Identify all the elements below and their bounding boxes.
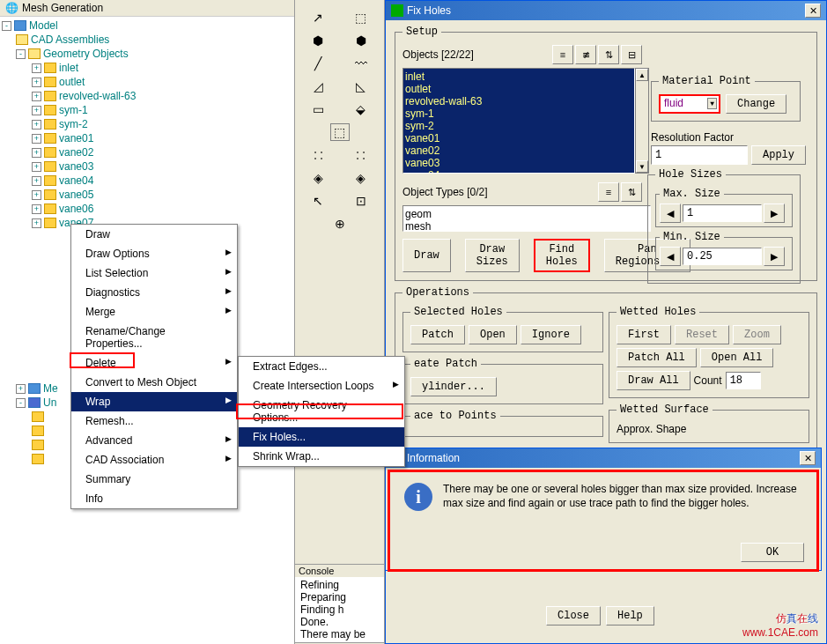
tree-toggle-icon[interactable]: + (32, 78, 41, 87)
tree-geometry-objects[interactable]: Geometry Objects (43, 48, 129, 60)
list-item[interactable]: sym-1 (405, 107, 632, 120)
invert-icon[interactable]: ⇅ (621, 182, 642, 202)
menu-item[interactable]: Merge (71, 302, 237, 322)
line-icon[interactable]: ╱ (308, 55, 328, 72)
context-submenu[interactable]: Extract Edges...Create Intersection Loop… (238, 356, 405, 467)
tool-icon[interactable]: ⸬ (308, 146, 328, 164)
list-item[interactable]: vane04 (405, 169, 632, 174)
menu-item[interactable]: Shrink Wrap... (239, 447, 404, 466)
list-item[interactable]: inlet (405, 70, 632, 83)
expand-icon[interactable]: ⊕ (330, 215, 350, 233)
tool-icon[interactable]: ◈ (308, 169, 328, 187)
menu-item[interactable]: Convert to Mesh Object (71, 373, 237, 392)
find-holes-button[interactable]: Find Holes (534, 239, 590, 272)
menu-item[interactable]: Create Intersection Loops (239, 376, 404, 396)
list-item[interactable]: sym-2 (405, 120, 632, 132)
tree-toggle-icon[interactable]: + (32, 92, 41, 101)
select-all-icon[interactable]: ≡ (598, 182, 619, 202)
tree-item[interactable]: vane03 (59, 160, 93, 173)
tree-cad-assemblies[interactable]: CAD Assemblies (31, 33, 109, 46)
tree-toggle-icon[interactable]: + (32, 120, 41, 130)
tree-root[interactable]: Model (29, 19, 58, 32)
draw-button[interactable]: Draw (402, 239, 451, 272)
menu-item[interactable]: Info (71, 489, 237, 508)
tree-unmesh[interactable]: Un (43, 396, 56, 409)
tool-icon[interactable]: ⸬ (351, 146, 371, 164)
open-all-button[interactable]: Open All (700, 348, 774, 367)
ignore-button[interactable]: Ignore (521, 325, 581, 344)
max-size-input[interactable] (683, 204, 762, 222)
list-item[interactable]: vane01 (405, 132, 632, 144)
curve-icon[interactable]: 〰 (351, 55, 371, 72)
dialog-titlebar[interactable]: Fix Holes ✕ (386, 1, 826, 20)
menu-item[interactable]: Wrap (71, 392, 237, 411)
reset-button[interactable]: Reset (675, 325, 729, 344)
list-item[interactable]: mesh (405, 220, 648, 233)
invert-icon[interactable]: ⇅ (598, 45, 619, 64)
decrease-icon[interactable]: ◀ (660, 204, 681, 223)
tree-item[interactable]: sym-1 (59, 104, 88, 116)
cylinder-icon[interactable]: ⬢ (351, 32, 371, 49)
triangle-icon[interactable]: ◿ (308, 78, 328, 95)
open-button[interactable]: Open (469, 325, 517, 344)
tree-toggle-icon[interactable]: + (32, 134, 41, 144)
menu-item[interactable]: Extract Edges... (239, 357, 404, 376)
increase-icon[interactable]: ▶ (764, 204, 785, 223)
box-icon[interactable]: ▭ (308, 100, 328, 118)
tree-item[interactable]: inlet (59, 62, 78, 74)
filter-icon[interactable]: ⊟ (621, 45, 642, 64)
scroll-down-icon[interactable]: ▼ (636, 160, 648, 173)
cylinder-icon[interactable]: ⬢ (308, 32, 328, 49)
tree-toggle-icon[interactable]: + (32, 190, 41, 200)
ok-button[interactable]: OK (741, 543, 804, 562)
triangle-icon[interactable]: ◺ (351, 78, 371, 95)
tree-item[interactable]: sym-2 (59, 118, 88, 130)
close-icon[interactable]: ✕ (800, 451, 816, 465)
cylinder-button[interactable]: ylinder... (410, 377, 497, 396)
tree-toggle-icon[interactable]: + (32, 162, 41, 172)
tool-icon[interactable]: ⬙ (351, 100, 371, 118)
change-button[interactable]: Change (726, 94, 786, 114)
deselect-icon[interactable]: ≢ (575, 45, 596, 64)
count-input[interactable] (726, 372, 761, 389)
apply-button[interactable]: Apply (751, 145, 806, 165)
objtypes-listbox[interactable]: geommesh (402, 205, 651, 232)
tree-toggle-icon[interactable]: + (32, 63, 41, 73)
tree-item[interactable]: vane05 (59, 189, 93, 201)
close-button[interactable]: Close (546, 606, 601, 625)
first-button[interactable]: First (617, 325, 671, 344)
tree-item[interactable]: vane01 (59, 132, 93, 144)
objects-listbox[interactable]: inletoutletrevolved-wall-63sym-1sym-2van… (402, 68, 635, 174)
menu-item[interactable]: Rename/Change Properties... (71, 322, 237, 353)
tree-toggle-icon[interactable]: - (2, 21, 11, 31)
tree-item[interactable]: vane04 (59, 174, 93, 187)
dialog-titlebar[interactable]: Information ✕ (386, 448, 821, 468)
tree-item[interactable]: vane02 (59, 146, 93, 159)
arrow-icon[interactable]: ↖ (308, 192, 328, 210)
tree-toggle-icon[interactable]: + (32, 204, 41, 214)
context-menu[interactable]: DrawDraw OptionsList SelectionDiagnostic… (70, 224, 238, 509)
close-icon[interactable]: ✕ (805, 4, 821, 18)
tree-item[interactable]: outlet (59, 76, 85, 88)
menu-item[interactable]: Remesh... (71, 411, 237, 431)
menu-item[interactable]: Advanced (71, 431, 237, 450)
tree-toggle-icon[interactable]: - (16, 49, 26, 59)
material-dropdown[interactable]: fluid (659, 94, 720, 114)
min-size-input[interactable] (683, 248, 762, 265)
menu-item[interactable]: Draw Options (71, 244, 237, 263)
draw-all-button[interactable]: Draw All (617, 371, 690, 390)
tree-item[interactable]: vane06 (59, 203, 93, 215)
tree-mesh[interactable]: Me (43, 382, 58, 395)
menu-item[interactable]: Draw (71, 225, 237, 244)
tree-toggle-icon[interactable]: + (32, 148, 41, 158)
list-item[interactable]: vane03 (405, 157, 632, 169)
menu-item[interactable]: Geometry Recovery Options... (239, 396, 404, 427)
list-item[interactable]: vane02 (405, 144, 632, 157)
patch-button[interactable]: Patch (410, 325, 465, 344)
scroll-up-icon[interactable]: ▲ (636, 69, 648, 81)
tool-icon[interactable]: ↗ (308, 9, 328, 26)
tree-toggle-icon[interactable]: + (16, 384, 26, 394)
menu-item[interactable]: Delete (71, 353, 237, 373)
cube-icon[interactable]: ⬚ (330, 123, 350, 141)
increase-icon[interactable]: ▶ (764, 247, 785, 266)
